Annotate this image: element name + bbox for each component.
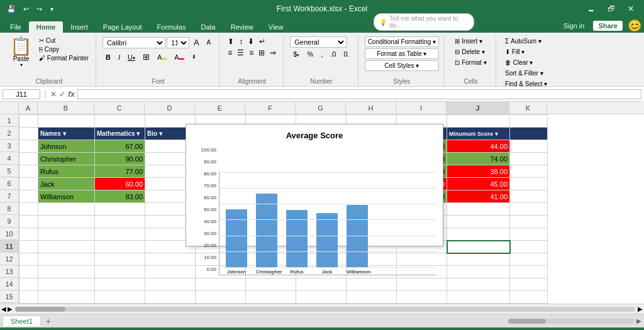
row-num-1[interactable]: 1 [0,114,18,127]
tab-home[interactable]: Home [29,21,64,33]
cell-c11[interactable] [95,241,145,253]
row-num-7[interactable]: 7 [0,190,18,202]
cell-a15[interactable] [19,291,38,304]
cell-a2[interactable] [19,128,38,140]
clear-btn[interactable]: 🗑 Clear ▾ [502,58,550,67]
align-bottom-btn[interactable]: ⬇ [246,36,256,47]
copy-btn[interactable]: ⎘ Copy [37,45,91,53]
restore-btn[interactable]: 🗗 [602,3,620,14]
cell-c7[interactable]: 83.00 [95,190,145,203]
cell-c15[interactable] [95,291,145,304]
cell-b6[interactable]: Jack [38,178,95,190]
cell-j8[interactable] [447,203,510,216]
cell-b5[interactable]: Rufus [38,165,95,178]
col-header-b[interactable]: B [38,102,94,114]
cell-k8[interactable] [510,203,548,216]
hscroll-thumb2[interactable] [508,319,546,324]
bold-btn[interactable]: B [103,52,114,62]
tab-page-layout[interactable]: Page Layout [96,21,150,33]
cell-j1[interactable] [447,115,510,128]
wrap-text-btn[interactable]: ↵ [257,36,267,47]
cell-j13[interactable] [447,266,510,278]
cell-d12[interactable] [145,253,196,266]
cell-d15[interactable] [145,291,196,304]
cell-k4[interactable] [510,153,548,165]
row-num-12[interactable]: 12 [0,253,18,265]
delete-btn[interactable]: ⊟ Delete ▾ [451,47,490,57]
row-num-6[interactable]: 6 [0,177,18,190]
cell-b12[interactable] [38,253,95,266]
currency-btn[interactable]: $▾ [290,49,303,59]
signin-btn[interactable]: Sign in [560,21,589,31]
function-icon[interactable]: fx [68,90,75,99]
right-scroll-btn[interactable]: ▶ [636,317,641,324]
cell-a1[interactable] [19,115,38,128]
col-header-g[interactable]: G [296,102,346,114]
scroll-right-end-btn[interactable]: ▶ [638,305,643,312]
cell-b13[interactable] [38,266,95,278]
cell-b1[interactable] [38,115,95,128]
underline-btn[interactable]: U▾ [125,52,138,62]
row-num-10[interactable]: 10 [0,228,18,240]
row-num-15[interactable]: 15 [0,290,18,303]
merge-btn[interactable]: ⊞ [257,48,267,58]
row-num-4[interactable]: 4 [0,152,18,165]
save-icon[interactable]: 💾 [5,4,18,14]
cut-btn[interactable]: ✂ Cut [37,36,91,45]
align-top-btn[interactable]: ⬆ [226,36,236,47]
decrease-font-btn[interactable]: A [204,38,214,47]
cell-j12[interactable] [447,253,510,266]
cell-a3[interactable] [19,140,38,153]
cell-b14[interactable] [38,278,95,291]
cell-c12[interactable] [95,253,145,266]
cell-a4[interactable] [19,153,38,165]
cell-k14[interactable] [510,278,548,291]
cell-j9[interactable] [447,216,510,228]
italic-btn[interactable]: I [115,52,123,62]
cell-b7[interactable]: Williamson [38,190,95,203]
cell-k6[interactable] [510,178,548,190]
tab-data[interactable]: Data [193,21,223,33]
border-btn[interactable]: ⊞ [140,51,153,63]
font-name-select[interactable]: Calibri [103,37,165,48]
cell-k12[interactable] [510,253,548,266]
font-expand-btn[interactable]: ⬇ [189,53,199,61]
align-right-btn[interactable]: ≡ [247,48,255,58]
cell-a14[interactable] [19,278,38,291]
col-header-a[interactable]: A [19,102,38,114]
cell-e14[interactable] [196,278,246,291]
format-btn[interactable]: ⊡ Format ▾ [451,58,490,67]
cell-a11[interactable] [19,241,38,253]
cell-b2[interactable]: Names ▾ [38,128,95,140]
tab-view[interactable]: View [261,21,291,33]
cell-c10[interactable] [95,228,145,241]
cell-k9[interactable] [510,216,548,228]
col-header-j[interactable]: J [447,102,509,114]
cell-d14[interactable] [145,278,196,291]
minimize-btn[interactable]: 🗕 [582,3,600,14]
cell-j15[interactable] [447,291,510,304]
cell-b10[interactable] [38,228,95,241]
cell-reference-input[interactable] [3,89,40,99]
format-painter-btn[interactable]: 🖌 Format Painter [37,54,91,62]
undo-icon[interactable]: ↩ [21,4,31,14]
scroll-track[interactable] [15,307,635,312]
cell-c1[interactable] [95,115,145,128]
cell-j10[interactable] [447,228,510,241]
user-icon[interactable]: 😊 [628,19,641,33]
cell-c2[interactable]: Mathematics ▾ [95,128,145,140]
cell-d13[interactable] [145,266,196,278]
redo-icon[interactable]: ↪ [35,4,44,14]
tell-me-box[interactable]: 💡 Tell me what you want to do... [374,13,474,31]
cell-b9[interactable] [38,216,95,228]
cell-a13[interactable] [19,266,38,278]
chart-container[interactable]: Average Score 0.00 10.00 20.00 30.00 40.… [186,124,443,246]
formula-confirm-icon[interactable]: ✓ [59,90,65,99]
increase-decimal-btn[interactable]: .0 [327,49,339,59]
cell-c13[interactable] [95,266,145,278]
col-header-k[interactable]: K [509,102,547,114]
cell-k7[interactable] [510,190,548,203]
cell-g14[interactable] [296,278,347,291]
cell-j3[interactable]: 44.00 [447,140,510,153]
col-header-d[interactable]: D [145,102,195,114]
